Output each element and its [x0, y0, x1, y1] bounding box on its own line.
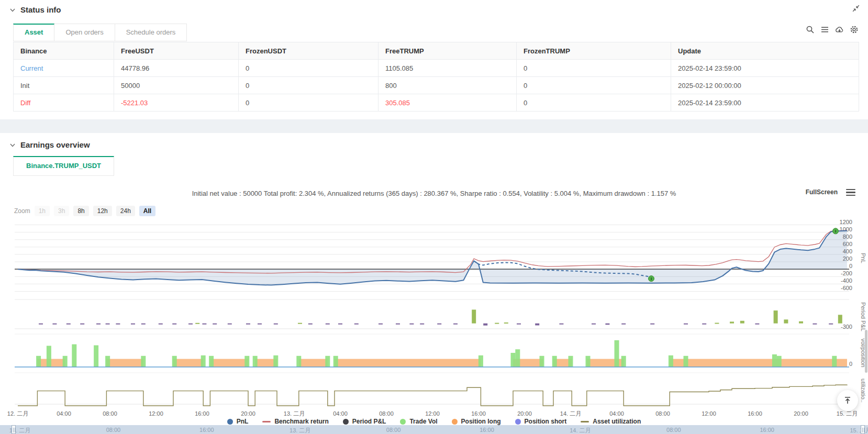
search-icon[interactable]: [806, 25, 815, 34]
legend-asset-utilization[interactable]: Asset utilization: [581, 418, 641, 425]
zoom-all-button[interactable]: All: [139, 206, 155, 216]
dot-symbol: [400, 419, 406, 425]
asset-table: BinanceFreeUSDTFrozenUSDTFreeTRUMPFrozen…: [13, 42, 859, 112]
table-row: Current44778.9601105.08502025-02-14 23:5…: [14, 60, 859, 77]
tab-asset[interactable]: Asset: [13, 24, 54, 41]
svg-text:i: i: [651, 276, 652, 281]
svg-text:20:00: 20:00: [241, 410, 255, 417]
svg-text:Period P&L: Period P&L: [860, 302, 866, 331]
section-divider: [0, 119, 868, 133]
column-header: FreeTRUMP: [379, 42, 517, 60]
scrollbar-thumb[interactable]: [865, 330, 867, 373]
fullscreen-button[interactable]: FullScreen: [806, 188, 838, 196]
svg-text:08:00: 08:00: [103, 410, 117, 417]
nav-axis-label: 13. 二月: [290, 427, 310, 434]
cell: 2025-02-12 00:00:00: [671, 77, 859, 94]
cell: 44778.96: [114, 60, 239, 77]
nav-axis-label: 08:00: [386, 427, 401, 433]
cell: 305.085: [379, 94, 517, 112]
app-root: Status info AssetOpen ordersSchedule ord…: [0, 0, 868, 434]
zoom-12h-button[interactable]: 12h: [93, 206, 112, 216]
chart-context-menu-icon[interactable]: [846, 189, 855, 196]
column-header: Binance: [14, 42, 114, 60]
zoom-1h-button: 1h: [35, 206, 50, 216]
earnings-header: Earnings overview: [9, 140, 90, 149]
row-label: Init: [14, 77, 114, 94]
cell: 0: [517, 77, 671, 94]
svg-text:14. 二月: 14. 二月: [560, 410, 581, 417]
cloud-download-icon[interactable]: [835, 25, 844, 34]
table-row: Diff-5221.030305.08502025-02-14 23:59:00: [14, 94, 859, 112]
legend-position-long[interactable]: Position long: [452, 418, 501, 425]
tab-open-orders[interactable]: Open orders: [54, 24, 115, 41]
legend-label: Trade Vol: [409, 418, 437, 425]
zoom-8h-button[interactable]: 8h: [73, 206, 88, 216]
svg-text:20:00: 20:00: [517, 410, 532, 417]
svg-text:-600: -600: [841, 285, 852, 291]
row-label[interactable]: Current: [14, 60, 114, 77]
datazoom-slider[interactable]: 12. 二月08:0016:0013. 二月08:0016:0014. 二月08…: [0, 425, 868, 434]
nav-axis-label: 16:00: [760, 427, 774, 433]
line-symbol: [262, 421, 271, 422]
svg-text:i: i: [835, 229, 836, 233]
svg-text:-400: -400: [841, 277, 852, 284]
menu-icon[interactable]: [820, 25, 829, 34]
zoom-label: Zoom: [14, 207, 30, 215]
chevron-down-icon[interactable]: [9, 142, 16, 148]
legend-label: Period P&L: [352, 418, 386, 425]
column-header: FrozenTRUMP: [517, 42, 671, 60]
dot-symbol: [515, 419, 521, 425]
cell: 2025-02-14 23:59:00: [671, 94, 859, 112]
svg-text:13. 二月: 13. 二月: [284, 410, 305, 417]
nav-axis-label: 15. 二月: [850, 427, 868, 434]
nav-axis-label: 08:00: [666, 427, 681, 433]
status-tabs: AssetOpen ordersSchedule orders: [13, 24, 187, 41]
tab-schedule-orders[interactable]: Schedule orders: [115, 24, 187, 41]
legend-label: Position short: [525, 418, 567, 425]
legend-label: PnL: [237, 418, 249, 425]
line-symbol: [581, 421, 589, 422]
legend-trade-vol[interactable]: Trade Vol: [400, 418, 437, 425]
cell: -5221.03: [114, 94, 239, 112]
svg-text:04:00: 04:00: [609, 410, 624, 417]
svg-text:12:00: 12:00: [149, 410, 163, 417]
svg-text:04:00: 04:00: [333, 410, 348, 417]
table-row: Init50000080002025-02-12 00:00:00: [14, 77, 859, 94]
section-title: Status info: [20, 5, 61, 14]
gear-icon[interactable]: [850, 25, 859, 34]
legend-label: Asset utilization: [593, 418, 641, 425]
column-header: FreeUSDT: [114, 42, 239, 60]
svg-text:0: 0: [849, 263, 852, 269]
svg-text:PnL: PnL: [860, 253, 866, 263]
svg-text:-200: -200: [841, 270, 852, 276]
zoom-24h-button[interactable]: 24h: [116, 206, 135, 216]
datazoom-left-handle[interactable]: [12, 425, 16, 434]
chart-legend: PnLBenchmark returnPeriod P&LTrade VolPo…: [0, 418, 868, 425]
status-info-card: Status info AssetOpen ordersSchedule ord…: [0, 0, 868, 119]
earnings-card: Earnings overview Binance.TRUMP_USDT Ini…: [0, 133, 868, 434]
datazoom-right-handle[interactable]: [861, 425, 865, 434]
chevron-down-icon[interactable]: [9, 7, 16, 13]
svg-text:04:00: 04:00: [57, 410, 71, 417]
tab-symbol[interactable]: Binance.TRUMP_USDT: [13, 156, 114, 176]
svg-text:-300: -300: [841, 324, 852, 330]
svg-text:08:00: 08:00: [655, 410, 670, 417]
back-to-top-button[interactable]: [837, 390, 858, 411]
nav-axis-label: 16:00: [480, 427, 494, 433]
legend-period-p-l[interactable]: Period P&L: [343, 418, 386, 425]
legend-benchmark-return[interactable]: Benchmark return: [262, 418, 328, 425]
cell: 0: [239, 94, 379, 112]
collapse-panel-icon[interactable]: [852, 5, 860, 12]
svg-text:0: 0: [849, 361, 852, 367]
cell: 0: [239, 60, 379, 77]
legend-pnl[interactable]: PnL: [227, 418, 249, 425]
svg-text:20:00: 20:00: [794, 410, 808, 417]
earnings-chart[interactable]: 120010008006004002000-200-400-600ii-3000…: [0, 217, 868, 418]
section-title: Earnings overview: [20, 140, 90, 149]
legend-position-short[interactable]: Position short: [515, 418, 567, 425]
row-label: Diff: [14, 94, 114, 112]
status-info-header: Status info: [9, 5, 61, 14]
column-header: FrozenUSDT: [239, 42, 379, 60]
cell: 0: [517, 60, 671, 77]
table-toolbar: [806, 25, 859, 34]
